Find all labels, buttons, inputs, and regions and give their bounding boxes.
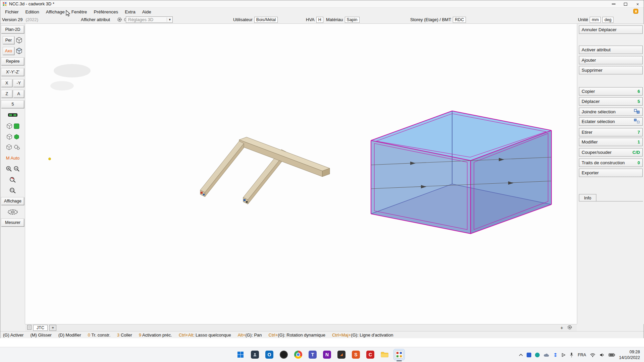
close-button[interactable]: × [632, 0, 644, 8]
stereo-glasses-icon[interactable] [8, 113, 18, 118]
selection-explode-icon [634, 119, 640, 125]
x-button[interactable]: X [1, 79, 12, 87]
timber-beams[interactable] [200, 137, 330, 204]
repere-button[interactable]: Repère [1, 58, 24, 65]
perspective-cube-icon[interactable] [15, 37, 23, 44]
onenote-icon[interactable]: N [321, 349, 333, 360]
hva-field[interactable]: H [316, 17, 323, 23]
cube-icon[interactable] [6, 144, 12, 150]
reglages-3d-dropdown[interactable]: Réglages 3D ▾ [126, 16, 173, 23]
unit-deg-field[interactable]: deg [602, 17, 613, 23]
modifier-button[interactable]: Modifier1 [579, 138, 643, 146]
annuler-deplacer-button[interactable]: Annuler Déplacer [579, 25, 643, 34]
chat-app-tray-icon[interactable] [527, 353, 531, 357]
per-button[interactable]: Per [3, 37, 14, 44]
five-button[interactable]: 5 [1, 101, 24, 108]
zoom-previous-icon[interactable] [9, 176, 16, 183]
axo-cube-icon[interactable] [15, 47, 23, 55]
axes-button[interactable]: X'-Y'-Z' [1, 68, 24, 76]
status-bar: (G) Activer (M) Glisser (D) Modifier 0 T… [0, 331, 644, 338]
info-tab[interactable]: Info [579, 194, 596, 201]
minus-y-button[interactable]: -Y [13, 79, 24, 87]
green-volume-icon[interactable] [14, 134, 19, 140]
plan-2d-button[interactable]: Plan-2D [1, 26, 24, 34]
zoom-in-icon[interactable] [6, 166, 12, 172]
play-tray-icon[interactable] [561, 353, 566, 357]
sheet-icon[interactable] [27, 325, 32, 331]
a-button[interactable]: A [13, 90, 24, 98]
copier-button[interactable]: Copier6 [579, 87, 643, 96]
viewport-3d[interactable] [25, 24, 577, 324]
axo-button[interactable]: Axo [3, 47, 14, 55]
menu-preferences[interactable]: Préférences [90, 8, 121, 16]
menu-extra[interactable]: Extra [121, 8, 139, 16]
time: 09:28 [619, 349, 640, 355]
afficher-attribut-button[interactable]: Afficher attribut [81, 16, 110, 23]
zoom-window-icon[interactable] [9, 187, 16, 194]
affichage-button[interactable]: Affichage [1, 197, 24, 205]
materiau-field[interactable]: Sapin [345, 17, 360, 23]
microphone-icon[interactable] [569, 352, 574, 358]
menu-fenetre[interactable]: Fenêtre [68, 8, 91, 16]
person-app-icon[interactable] [249, 349, 261, 360]
add-tab-button[interactable]: + [49, 325, 56, 331]
joindre-selection-button[interactable]: Joindre sélection [579, 108, 643, 116]
cadwork-icon[interactable] [393, 349, 405, 360]
utilisateur-field[interactable]: Bois/Métal [254, 17, 278, 23]
green-face-icon[interactable] [14, 123, 19, 129]
menu-aide[interactable]: Aide [139, 8, 155, 16]
exporter-button[interactable]: Exporter [579, 169, 643, 177]
add-view-button[interactable]: + [560, 325, 563, 330]
m-auto-button[interactable]: M Auto [6, 156, 19, 161]
supprimer-button[interactable]: Supprimer [579, 66, 643, 74]
scene[interactable] [25, 24, 577, 324]
info-divider [596, 201, 643, 201]
dark-circle-app-icon[interactable] [278, 349, 289, 360]
menu-edition[interactable]: Edition [22, 8, 43, 16]
mesurer-button[interactable]: Mesurer [1, 219, 24, 227]
hidden-icons-chevron-icon[interactable] [519, 354, 523, 356]
onedrive-cloud-icon[interactable] [543, 353, 549, 357]
maximize-button[interactable] [620, 0, 632, 8]
status-tray-icon[interactable] [535, 353, 540, 357]
outlook-icon[interactable]: O [264, 349, 275, 360]
couper-souder-button[interactable]: Couper/souderC/D [579, 148, 643, 157]
wifi-icon[interactable] [590, 353, 596, 357]
cube-icon[interactable] [6, 133, 13, 140]
file-explorer-icon[interactable] [379, 349, 390, 360]
minimize-button[interactable] [607, 0, 620, 8]
toolbar: Version 29(2022) Afficher attribut Régla… [0, 16, 644, 24]
c-app-icon[interactable]: C [365, 349, 376, 360]
eclater-selection-button[interactable]: Eclater sélection [579, 117, 643, 126]
version-label: Version 29(2022) [2, 16, 38, 23]
tab-jtc[interactable]: JTC [33, 325, 48, 331]
storey-field[interactable]: RDC [453, 17, 466, 23]
language-indicator[interactable]: FRA [578, 353, 586, 357]
tab-settings-gear-icon[interactable] [567, 325, 572, 331]
activer-attribut-button[interactable]: Activer attribut [579, 46, 643, 54]
cube-icon[interactable] [6, 123, 13, 129]
z-button[interactable]: Z [1, 90, 12, 98]
menu-fichier[interactable]: Fichier [2, 8, 22, 16]
wheel-icon[interactable] [7, 209, 18, 215]
s-app-icon[interactable]: S [350, 349, 362, 360]
deplacer-button[interactable]: Déplacer5 [579, 97, 643, 106]
code-app-icon[interactable] [336, 349, 347, 360]
start-button[interactable] [235, 349, 246, 360]
menu-affichage[interactable]: Affichage [43, 8, 68, 16]
traits-construction-button[interactable]: Traits de construction0 [579, 159, 643, 167]
clock[interactable]: 09:28 14/10/2022 [619, 349, 640, 360]
notification-icon[interactable] [633, 9, 638, 14]
zoom-out-icon[interactable] [13, 166, 20, 172]
ajouter-button[interactable]: Ajouter [579, 56, 643, 64]
chrome-icon[interactable] [292, 349, 304, 360]
battery-icon[interactable] [608, 353, 615, 357]
unit-mm-field[interactable]: mm [590, 17, 601, 23]
teams-icon[interactable]: T [307, 349, 318, 360]
selected-box[interactable] [371, 111, 551, 234]
gears-icon[interactable] [13, 144, 20, 150]
status-item: 3 Coller [117, 333, 132, 338]
dropbox-icon[interactable] [553, 353, 558, 357]
speaker-icon[interactable] [599, 353, 605, 357]
etirer-button[interactable]: Etirer7 [579, 128, 643, 136]
